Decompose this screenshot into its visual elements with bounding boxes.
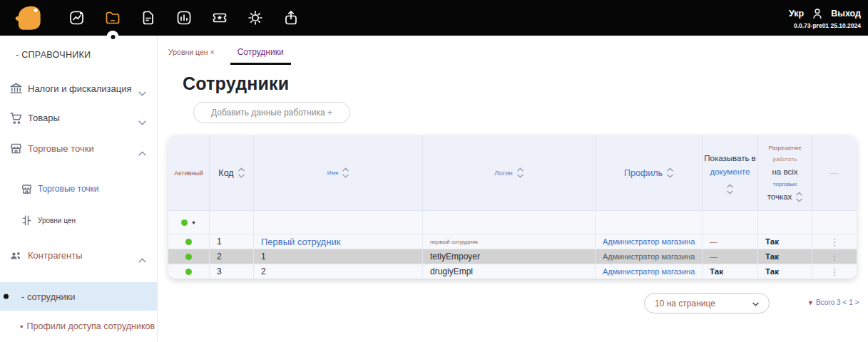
selected-item-dot	[4, 294, 9, 299]
profile-cell[interactable]: Администратор магазина	[596, 249, 703, 264]
add-employee-button[interactable]: Добавить данные работника +	[193, 102, 350, 123]
active-filter-cell: ▼	[168, 211, 210, 234]
sidebar-subitem-price-levels[interactable]: Уровни цен	[0, 206, 157, 234]
sidebar-item-taxes[interactable]: Налоги и фискализация	[0, 74, 157, 103]
sort-icon[interactable]	[342, 167, 349, 178]
triangle-down-icon: ▼	[807, 299, 814, 306]
profile-link[interactable]: Администратор магазина	[603, 252, 695, 261]
actions-cell[interactable]: ⋮	[812, 249, 857, 264]
row-menu-icon[interactable]: ⋮	[830, 237, 839, 247]
sidebar-subitem-outlets[interactable]: Торговые точки	[0, 175, 157, 203]
profile-link[interactable]: Администратор магазина	[603, 237, 695, 246]
logout-button[interactable]: Выход	[831, 9, 861, 19]
column-label: Показывать в	[704, 152, 755, 165]
filter-cell	[596, 211, 703, 234]
user-icon[interactable]	[810, 6, 824, 21]
column-label: торговых	[773, 179, 797, 190]
column-header-name[interactable]: Имя	[254, 135, 423, 210]
price-levels-icon	[20, 214, 34, 227]
sort-icon[interactable]	[517, 167, 524, 178]
ticket-icon[interactable]	[211, 9, 228, 26]
employees-table: Активный Код Имя Логин Профиль Показыват…	[168, 135, 857, 279]
tab-employees[interactable]: Сотрудники	[230, 47, 291, 65]
table-row-selected[interactable]: 2 1 tetiyEmpoyer Администратор магазина …	[168, 249, 857, 264]
sidebar-title: - СПРАВОЧНИКИ	[16, 50, 91, 60]
actions-cell[interactable]: ⋮	[812, 264, 857, 279]
active-cell	[168, 264, 210, 279]
column-label: документе	[710, 165, 750, 179]
all-outlets-cell: Так	[758, 264, 812, 279]
document-icon[interactable]	[140, 9, 157, 26]
row-menu-icon[interactable]: ⋮	[830, 252, 839, 261]
actions-cell[interactable]: ⋮	[812, 234, 857, 249]
topbar-right: Укр Выход 0.0.73-pre01 25.10.2024	[789, 6, 868, 29]
login-cell: tetiyEmpoyer	[423, 249, 596, 264]
app-window: Укр Выход 0.0.73-pre01 25.10.2024 - СПРА…	[0, 0, 868, 342]
tab-price-levels[interactable]: Уровни цен ×	[168, 47, 215, 64]
table-filter-row: ▼	[168, 210, 857, 234]
sidebar-subitem-label: Уровни цен	[38, 217, 76, 224]
store-icon	[9, 141, 24, 156]
filter-cell	[423, 211, 596, 234]
sort-icon[interactable]	[796, 192, 802, 202]
gear-icon[interactable]	[247, 9, 264, 26]
profile-link[interactable]: Администратор магазина	[603, 267, 695, 276]
chevron-up-icon	[138, 253, 146, 258]
sort-icon[interactable]	[238, 167, 245, 178]
sidebar-subitem-access-profiles[interactable]: • Профили доступа сотрудников	[0, 312, 157, 341]
people-icon	[9, 248, 24, 263]
show-in-document-cell: —	[703, 249, 758, 264]
sidebar-item-outlets[interactable]: Торговые точки	[0, 134, 157, 162]
share-icon[interactable]	[282, 9, 300, 26]
column-header-login[interactable]: Логин	[423, 135, 596, 210]
filter-cell	[210, 211, 254, 234]
sidebar-item-counterparties[interactable]: Контрагенты	[0, 241, 157, 269]
table-row[interactable]: 1 Первый сотрудник первый сотрудник Адми…	[168, 234, 857, 249]
show-in-document-cell: Так	[703, 264, 758, 279]
filter-cell	[812, 211, 857, 234]
column-label: Код	[218, 168, 233, 178]
name-cell[interactable]: 1	[254, 249, 423, 264]
chevron-down-icon	[138, 115, 146, 120]
profile-cell[interactable]: Администратор магазина	[596, 264, 703, 279]
column-label: Имя	[327, 170, 339, 176]
column-label: точках	[767, 190, 792, 204]
pager-controls[interactable]: < 1 >	[843, 299, 859, 306]
sort-icon[interactable]	[727, 184, 733, 195]
profile-cell[interactable]: Администратор магазина	[596, 234, 703, 249]
top-navigation	[68, 9, 300, 26]
table-row[interactable]: 3 2 drugiyEmpl Администратор магазина Та…	[168, 264, 857, 279]
column-header-code[interactable]: Код	[210, 135, 254, 210]
page-size-select[interactable]: 10 на странице	[644, 293, 770, 314]
sidebar-subitem-label: Профили доступа сотрудников	[27, 321, 155, 331]
name-cell[interactable]: 2	[254, 264, 423, 279]
sidebar-item-goods[interactable]: Товары	[0, 103, 157, 132]
sidebar-item-label: Налоги и фискализация	[28, 83, 132, 94]
column-header-all-outlets-permission[interactable]: Разрешение работать на всіх торговых точ…	[758, 135, 812, 210]
filter-cell	[758, 211, 812, 234]
folder-icon[interactable]	[104, 9, 121, 26]
sidebar: - СПРАВОЧНИКИ Налоги и фискализация Това…	[0, 36, 158, 342]
bar-chart-icon[interactable]	[175, 9, 193, 26]
duck-logo[interactable]	[13, 3, 44, 33]
filter-dropdown-icon[interactable]: ▼	[191, 220, 196, 225]
row-menu-icon[interactable]: ⋮	[830, 267, 839, 276]
active-status-dot	[185, 254, 192, 260]
analytics-icon[interactable]	[68, 9, 86, 26]
language-switcher[interactable]: Укр	[789, 9, 804, 19]
column-header-show-in-document[interactable]: Показывать в документе	[703, 135, 758, 210]
employee-name-link[interactable]: Первый сотрудник	[261, 237, 340, 247]
sidebar-subitem-label: - сотрудники	[21, 291, 76, 302]
login-cell: первый сотрудник	[423, 234, 596, 249]
column-header-profile[interactable]: Профиль	[596, 135, 703, 210]
sidebar-subitem-label: Торговые точки	[38, 184, 99, 194]
filter-cell	[703, 211, 758, 234]
name-cell[interactable]: Первый сотрудник	[254, 234, 423, 249]
sort-icon[interactable]	[667, 167, 673, 178]
page-size-label: 10 на странице	[655, 299, 715, 309]
column-header-actions: ----	[812, 135, 857, 210]
column-label: ----	[830, 171, 839, 175]
login-cell: drugiyEmpl	[423, 264, 596, 279]
page-title: Сотрудники	[183, 73, 289, 94]
sidebar-subitem-employees[interactable]: - сотрудники	[0, 282, 157, 311]
